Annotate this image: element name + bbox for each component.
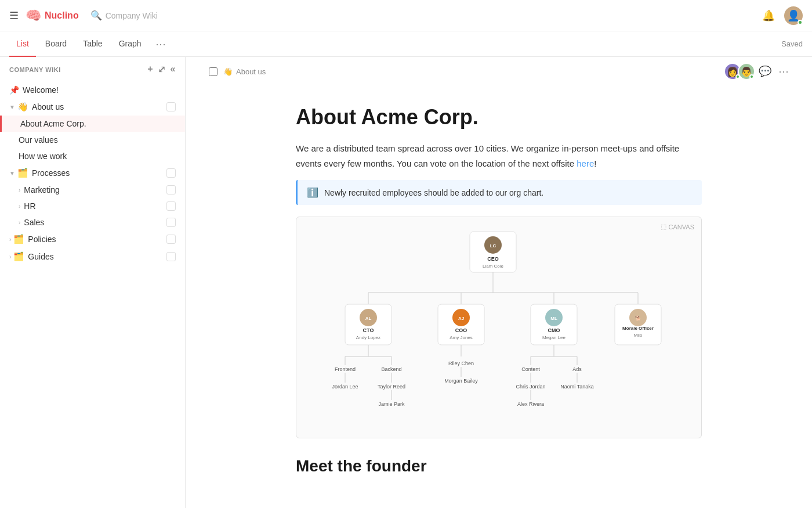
hamburger-menu[interactable]: ☰ [9, 9, 19, 22]
sidebar-item-label: Policies [28, 235, 56, 244]
pin-icon: 📌 [9, 85, 19, 95]
collab-avatar-2: 👨 [738, 63, 755, 80]
tab-graph[interactable]: Graph [112, 31, 148, 57]
svg-text:Morale Officer: Morale Officer [622, 326, 654, 331]
expand-icon[interactable]: ⤢ [158, 64, 166, 75]
workspace-label: COMPANY WIKI [9, 66, 61, 73]
svg-text:🐕: 🐕 [635, 315, 641, 321]
svg-text:Amy Jones: Amy Jones [449, 335, 473, 340]
item-checkbox[interactable] [166, 102, 176, 111]
sidebar-item-about-acme[interactable]: About Acme Corp. [0, 116, 185, 132]
comment-icon[interactable]: 💬 [759, 65, 771, 78]
canvas-label: ⬚ CANVAS [661, 223, 694, 230]
sidebar-item-how-we-work[interactable]: How we work [0, 148, 185, 164]
search-placeholder: Company Wiki [106, 11, 158, 20]
item-checkbox[interactable] [166, 201, 176, 211]
canvas-label-text: CANVAS [669, 224, 694, 230]
content-area: 👋 About us 👩 👨 💬 ⋯ Abo [186, 57, 812, 508]
sidebar-item-processes[interactable]: ▼ 🗂️ Processes [0, 164, 185, 182]
policies-emoji: 🗂️ [13, 234, 24, 244]
svg-text:Riley Chen: Riley Chen [448, 361, 474, 366]
body-link[interactable]: here [577, 158, 594, 168]
item-checkbox[interactable] [166, 252, 176, 261]
page-title: About Acme Corp. [296, 105, 702, 129]
notification-bell-icon[interactable]: 🔔 [762, 9, 775, 22]
tab-bar: List Board Table Graph ⋯ Saved [0, 31, 812, 57]
sidebar-item-label: Processes [32, 168, 70, 178]
item-checkbox[interactable] [166, 218, 176, 227]
org-chart-canvas: ⬚ CANVAS LC CEO Liam Cole [296, 217, 702, 438]
sidebar-item-label: Sales [24, 218, 44, 227]
info-text: Newly recruited employees should be adde… [324, 188, 543, 197]
guides-emoji: 🗂️ [13, 251, 24, 262]
processes-emoji: 🗂️ [17, 168, 28, 178]
chevron-down-icon: ▼ [9, 170, 15, 176]
item-checkbox[interactable] [166, 168, 176, 178]
collapse-sidebar-icon[interactable]: « [171, 64, 176, 75]
breadcrumb-link[interactable]: About us [236, 67, 266, 76]
tab-board[interactable]: Board [38, 31, 74, 57]
top-nav: ☰ 🧠 Nuclino 🔍 Company Wiki 🔔 👤 [0, 0, 812, 31]
sidebar: COMPANY WIKI + ⤢ « 📌 Welcome! ▼ 👋 About … [0, 57, 186, 508]
sidebar-item-sales[interactable]: › Sales [0, 214, 185, 230]
svg-text:AL: AL [365, 316, 372, 321]
chevron-right-icon: › [19, 219, 20, 226]
svg-text:Chris Jordan: Chris Jordan [516, 384, 545, 390]
org-chart: LC CEO Liam Cole [308, 229, 690, 426]
sidebar-item-our-values[interactable]: Our values [0, 132, 185, 148]
sidebar-item-welcome[interactable]: 📌 Welcome! [0, 82, 185, 98]
sidebar-item-marketing[interactable]: › Marketing [0, 182, 185, 198]
svg-text:ML: ML [550, 316, 557, 321]
org-chart-svg: LC CEO Liam Cole [313, 229, 684, 426]
svg-text:AJ: AJ [458, 316, 464, 321]
user-avatar[interactable]: 👤 [784, 6, 803, 25]
sidebar-item-guides[interactable]: › 🗂️ Guides [0, 248, 185, 265]
page-checkbox[interactable] [209, 67, 217, 76]
svg-text:Alex Rivera: Alex Rivera [517, 401, 544, 407]
sidebar-item-label: Guides [28, 252, 53, 261]
chevron-down-icon: ▼ [9, 104, 15, 110]
chevron-right-icon: › [9, 236, 11, 243]
tab-list[interactable]: List [9, 31, 36, 57]
chevron-right-icon: › [19, 187, 20, 193]
breadcrumb: 👋 About us [209, 67, 266, 76]
svg-text:CMO: CMO [548, 327, 560, 333]
sidebar-item-policies[interactable]: › 🗂️ Policies [0, 230, 185, 248]
tab-table[interactable]: Table [76, 31, 109, 57]
about-us-emoji: 👋 [17, 102, 28, 112]
item-checkbox[interactable] [166, 185, 176, 194]
svg-text:Naomi Tanaka: Naomi Tanaka [560, 384, 593, 390]
sidebar-item-label: About us [32, 102, 64, 111]
body-text-1: We are a distributed team spread across … [296, 143, 679, 168]
top-right-actions: 👩 👨 💬 ⋯ [724, 63, 789, 80]
svg-text:LC: LC [490, 243, 496, 248]
sidebar-item-about-us[interactable]: ▼ 👋 About us [0, 98, 185, 116]
online-status-dot [798, 20, 803, 25]
main-layout: COMPANY WIKI + ⤢ « 📌 Welcome! ▼ 👋 About … [0, 57, 812, 508]
more-options-icon[interactable]: ⋯ [778, 65, 789, 78]
sidebar-item-label: HR [24, 201, 35, 211]
sidebar-item-label: Our values [19, 135, 58, 145]
nav-right: 🔔 👤 [762, 6, 803, 25]
body-paragraph-1: We are a distributed team spread across … [296, 141, 702, 171]
svg-text:Taylor Reed: Taylor Reed [378, 384, 405, 390]
svg-text:Content: Content [521, 366, 540, 372]
logo[interactable]: 🧠 Nuclino [26, 8, 79, 23]
chevron-right-icon: › [9, 254, 11, 260]
section-meet-founder: Meet the founder [296, 457, 702, 475]
chevron-right-icon: › [19, 203, 20, 210]
collaborator-avatars: 👩 👨 [724, 63, 752, 80]
breadcrumb-bar: 👋 About us 👩 👨 💬 ⋯ [186, 57, 812, 86]
svg-text:Jamie Park: Jamie Park [378, 401, 405, 407]
canvas-icon: ⬚ [661, 223, 666, 230]
search-bar[interactable]: 🔍 Company Wiki [90, 10, 762, 21]
item-checkbox[interactable] [166, 235, 176, 244]
search-icon: 🔍 [90, 10, 102, 21]
add-item-button[interactable]: + [147, 64, 153, 75]
svg-text:Ads: Ads [572, 366, 582, 372]
logo-text: Nuclino [45, 10, 79, 21]
sidebar-item-hr[interactable]: › HR [0, 198, 185, 214]
sidebar-header: COMPANY WIKI + ⤢ « [0, 57, 185, 82]
tab-more-icon[interactable]: ⋯ [153, 38, 168, 51]
info-icon: ℹ️ [307, 187, 318, 198]
